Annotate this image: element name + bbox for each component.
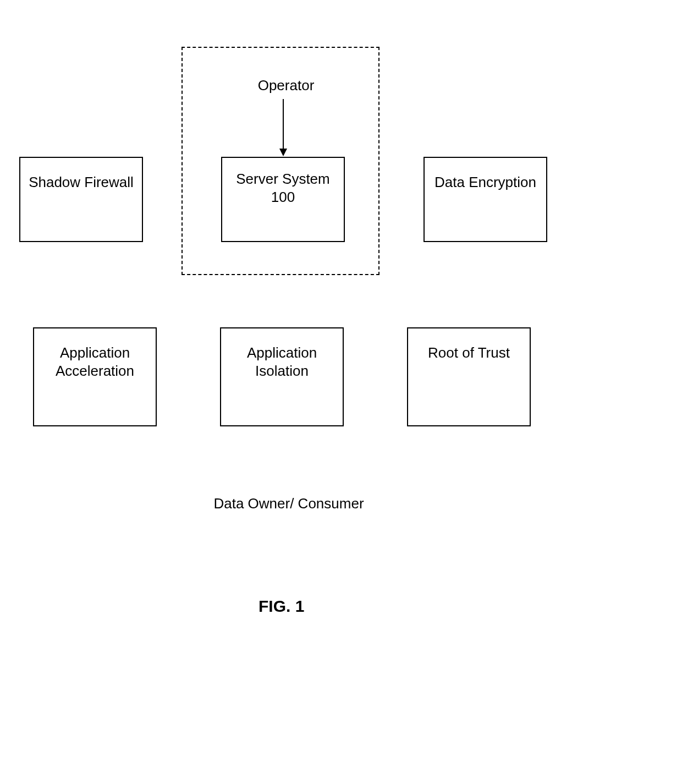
box-app-iso-label1: Application	[247, 344, 317, 362]
box-server-system-label2: 100	[271, 188, 295, 206]
box-app-iso-label2: Isolation	[255, 362, 309, 380]
box-root-of-trust-label: Root of Trust	[428, 344, 510, 362]
box-server-system-label1: Server System	[236, 170, 330, 188]
figure-title: FIG. 1	[258, 597, 304, 616]
data-owner-consumer-label: Data Owner/ Consumer	[198, 495, 380, 512]
box-application-acceleration: Application Acceleration	[33, 327, 157, 426]
box-application-isolation: Application Isolation	[220, 327, 344, 426]
box-app-accel-label2: Acceleration	[56, 362, 134, 380]
box-data-encryption-label: Data Encryption	[435, 173, 536, 191]
arrow-operator-to-server	[278, 99, 289, 160]
diagram-stage: Operator Shadow Firewall Server System 1…	[0, 0, 682, 784]
box-shadow-firewall: Shadow Firewall	[19, 157, 143, 242]
box-shadow-firewall-label: Shadow Firewall	[29, 173, 134, 191]
box-root-of-trust: Root of Trust	[407, 327, 531, 426]
svg-marker-1	[279, 149, 287, 156]
operator-label: Operator	[253, 77, 319, 94]
box-server-system: Server System 100	[221, 157, 345, 242]
box-data-encryption: Data Encryption	[424, 157, 547, 242]
box-app-accel-label1: Application	[60, 344, 130, 362]
